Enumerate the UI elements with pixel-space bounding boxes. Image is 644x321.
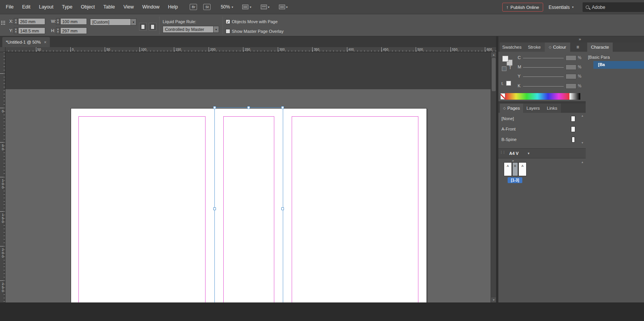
channel-c-value[interactable] xyxy=(566,55,576,61)
menu-help[interactable]: Help xyxy=(164,0,182,14)
h-ruler-label: 450 xyxy=(383,48,388,51)
last-color-swatch[interactable] xyxy=(506,81,511,86)
master-row-a-front[interactable]: A-Front xyxy=(498,125,586,134)
objects-move-label: Objects Move with Page xyxy=(232,19,278,24)
w-stepper[interactable]: ▲▼ xyxy=(56,18,60,25)
menu-window[interactable]: Window xyxy=(138,0,163,14)
bridge-button[interactable]: Br xyxy=(190,4,197,10)
h-stepper[interactable]: ▲▼ xyxy=(56,27,60,34)
tab-links[interactable]: Links xyxy=(543,104,561,113)
chevron-down-icon: ▾ xyxy=(213,26,219,32)
selection-handle-mid-left[interactable] xyxy=(213,207,216,210)
fill-proxy[interactable] xyxy=(502,56,508,62)
x-input[interactable] xyxy=(18,18,45,25)
tab-stroke[interactable]: Stroke xyxy=(524,42,545,52)
objects-move-checkbox[interactable]: ✓ xyxy=(226,19,230,24)
page-size-row[interactable]: ⋮⋮ A4 V ▾ xyxy=(498,148,586,158)
menu-view[interactable]: View xyxy=(119,0,138,14)
thumbnail-label: A xyxy=(507,164,509,168)
selection-handle-top-right[interactable] xyxy=(281,106,284,109)
percent-label: % xyxy=(578,84,581,88)
tab-label: Pages xyxy=(507,106,520,110)
formatting-affects-container-icon[interactable] xyxy=(502,66,506,71)
screen-mode-button[interactable]: ▾ xyxy=(261,5,270,9)
edit-page-size-button[interactable] xyxy=(139,23,147,31)
layout-adjustment-button[interactable] xyxy=(149,23,156,31)
page-range-label[interactable]: [1-3] xyxy=(508,177,522,183)
x-label: X: xyxy=(9,19,13,24)
tab-colour[interactable]: ◇ Colour xyxy=(545,42,570,52)
channel-y-value[interactable] xyxy=(566,74,576,79)
tab-layers[interactable]: Layers xyxy=(523,104,543,113)
menu-layout[interactable]: Layout xyxy=(35,0,58,14)
close-icon[interactable]: × xyxy=(44,40,46,44)
channel-y-slider[interactable] xyxy=(523,76,564,77)
workspace-switcher[interactable]: Essentials ▾ xyxy=(549,3,574,12)
document-tab[interactable]: *Untitled-1 @ 50% × xyxy=(2,37,50,47)
tab-character[interactable]: Characte xyxy=(587,42,613,52)
arrange-documents-button[interactable]: ▾ xyxy=(279,5,288,9)
ruler-corner[interactable] xyxy=(0,47,5,52)
selection-handle-top-center[interactable] xyxy=(247,106,250,109)
menu-object[interactable]: Object xyxy=(76,0,99,14)
panel-menu-icon[interactable]: ≡ xyxy=(576,44,579,50)
none-swatch[interactable] xyxy=(500,93,505,100)
selected-frame[interactable] xyxy=(214,107,283,302)
menu-type[interactable]: Type xyxy=(58,0,76,14)
menu-edit[interactable]: Edit xyxy=(18,0,35,14)
channel-m-slider[interactable] xyxy=(523,67,564,68)
master-row-none[interactable]: [None] xyxy=(498,114,586,124)
scroll-down-icon[interactable]: ▼ xyxy=(491,297,496,302)
adobe-search-box[interactable]: Adobe xyxy=(583,2,644,12)
channel-c-slider[interactable] xyxy=(523,58,564,58)
page-thumbnail-2[interactable]: B xyxy=(512,162,518,176)
collapse-panels-icon[interactable]: » xyxy=(579,37,581,41)
grayscale-ramp[interactable] xyxy=(569,93,580,100)
scroll-up-icon[interactable]: ▲ xyxy=(581,114,584,117)
divider xyxy=(223,17,223,34)
selection-handle-mid-right[interactable] xyxy=(281,207,284,210)
scroll-up-icon[interactable]: ▲ xyxy=(581,161,584,163)
page-thumbnail-1[interactable]: A xyxy=(504,162,512,176)
stock-button[interactable]: St xyxy=(203,4,211,10)
scrollbar-thumb[interactable] xyxy=(492,58,496,91)
tab-label: Stroke xyxy=(528,45,540,49)
channel-k-slider[interactable] xyxy=(523,86,564,87)
page-thumbnail-3[interactable]: A xyxy=(518,162,527,176)
view-options-button[interactable]: ▾ xyxy=(242,5,251,9)
reference-point-proxy[interactable] xyxy=(1,20,5,25)
h-input[interactable] xyxy=(60,27,87,34)
selected-style-row[interactable]: [Ba xyxy=(593,61,644,69)
master-row-b-spine[interactable]: B-Spine xyxy=(498,135,586,145)
chevron-down-icon: ▾ xyxy=(268,5,270,9)
vertical-scrollbar[interactable]: ▲ ▼ xyxy=(491,52,496,302)
zoom-level-dropdown[interactable]: 50% ▾ xyxy=(221,4,233,10)
channel-k-value[interactable] xyxy=(566,83,576,89)
grip-icon: ⋮⋮ xyxy=(500,150,505,154)
y-input[interactable] xyxy=(18,27,45,34)
menu-table[interactable]: Table xyxy=(99,0,119,14)
selection-handle-top-left[interactable] xyxy=(213,106,216,109)
canvas[interactable]: ▲ ▼ xyxy=(5,52,496,302)
panel-cycle-icon: ◇ xyxy=(549,45,552,49)
formatting-affects-text-icon[interactable]: T xyxy=(509,65,511,70)
scroll-up-icon[interactable]: ▲ xyxy=(491,52,496,57)
h-ruler-label: 100 xyxy=(141,48,146,51)
menu-file[interactable]: File xyxy=(2,0,18,14)
horizontal-ruler[interactable]: 50050100150200250300350400450500550600 xyxy=(5,47,496,52)
scroll-down-icon[interactable]: ▼ xyxy=(581,141,584,144)
tab-swatches[interactable]: Swatches xyxy=(500,42,524,52)
show-master-overlay-checkbox[interactable] xyxy=(226,29,230,34)
pasteboard-outer-area[interactable] xyxy=(5,52,496,89)
vertical-ruler[interactable]: 050100150200250 xyxy=(0,52,5,302)
publish-online-button[interactable]: ↑ Publish Online xyxy=(502,3,543,12)
page-size-preset-dropdown[interactable]: [Custom] ▾ xyxy=(90,19,136,25)
percent-label: % xyxy=(578,65,581,69)
channel-m-value[interactable] xyxy=(566,65,576,70)
y-stepper[interactable]: ▲▼ xyxy=(14,27,18,34)
liquid-page-rule-dropdown[interactable]: Controlled by Master ▾ xyxy=(163,26,219,33)
color-spectrum-ramp[interactable] xyxy=(505,93,569,100)
x-stepper[interactable]: ▲▼ xyxy=(14,18,18,25)
tab-pages[interactable]: ◇ Pages xyxy=(500,104,523,113)
w-input[interactable] xyxy=(60,18,87,25)
